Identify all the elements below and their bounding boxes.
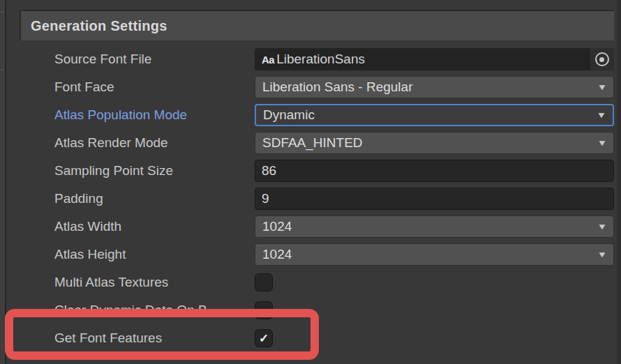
atlas-height-value: 1024	[262, 247, 292, 262]
chevron-down-icon: ▼	[597, 83, 608, 91]
multi-atlas-textures-checkbox[interactable]	[255, 273, 273, 291]
chevron-down-icon: ▼	[597, 222, 608, 231]
object-picker-icon	[595, 52, 609, 66]
atlas-width-value: 1024	[262, 219, 292, 234]
generation-settings-header[interactable]: Generation Settings	[20, 10, 614, 40]
checkmark-icon: ✓	[259, 331, 269, 346]
row-atlas-render-mode: Atlas Render Mode SDFAA_HINTED ▼	[0, 129, 621, 157]
chevron-down-icon: ▼	[597, 139, 608, 147]
source-font-file-value: LiberationSans	[276, 52, 365, 67]
row-clear-dynamic-data: Clear Dynamic Data On B	[0, 296, 621, 324]
font-face-value: Liberation Sans - Regular	[262, 79, 412, 95]
get-font-features-checkbox[interactable]: ✓	[255, 329, 273, 347]
atlas-width-dropdown[interactable]: 1024 ▼	[255, 215, 614, 238]
atlas-height-label: Atlas Height	[54, 247, 255, 262]
sampling-point-size-input[interactable]	[255, 160, 614, 182]
source-font-file-field[interactable]: Aa LiberationSans	[255, 48, 614, 70]
atlas-render-mode-value: SDFAA_HINTED	[262, 135, 363, 151]
multi-atlas-textures-label: Multi Atlas Textures	[54, 275, 255, 290]
padding-label: Padding	[54, 191, 255, 206]
clear-dynamic-data-checkbox[interactable]	[255, 301, 273, 319]
font-face-dropdown[interactable]: Liberation Sans - Regular ▼	[255, 76, 614, 98]
row-padding: Padding	[0, 185, 621, 213]
row-get-font-features: Get Font Features ✓	[0, 324, 621, 352]
atlas-population-mode-value: Dynamic	[263, 107, 315, 123]
clear-dynamic-data-label: Clear Dynamic Data On B	[54, 303, 255, 318]
atlas-population-mode-dropdown[interactable]: Dynamic ▼	[255, 104, 614, 126]
atlas-render-mode-dropdown[interactable]: SDFAA_HINTED ▼	[255, 132, 614, 154]
font-face-label: Font Face	[54, 79, 255, 95]
atlas-render-mode-label: Atlas Render Mode	[54, 135, 255, 151]
chevron-down-icon: ▼	[597, 250, 608, 259]
padding-input[interactable]	[255, 188, 614, 210]
generation-settings-body: Source Font File Aa LiberationSans Font …	[0, 45, 621, 352]
row-multi-atlas-textures: Multi Atlas Textures	[0, 268, 621, 296]
source-font-file-label: Source Font File	[54, 52, 255, 67]
row-sampling-point-size: Sampling Point Size	[0, 157, 621, 185]
row-source-font-file: Source Font File Aa LiberationSans	[0, 45, 621, 73]
get-font-features-label: Get Font Features	[54, 331, 255, 346]
atlas-height-dropdown[interactable]: 1024 ▼	[255, 243, 614, 266]
sampling-point-size-label: Sampling Point Size	[54, 163, 255, 179]
row-atlas-width: Atlas Width 1024 ▼	[0, 213, 621, 241]
row-atlas-height: Atlas Height 1024 ▼	[0, 241, 621, 268]
atlas-width-label: Atlas Width	[54, 219, 255, 234]
object-picker-button[interactable]	[589, 48, 614, 70]
row-font-face: Font Face Liberation Sans - Regular ▼	[0, 73, 621, 101]
section-title: Generation Settings	[21, 18, 167, 34]
row-atlas-population-mode: Atlas Population Mode Dynamic ▼	[0, 101, 621, 129]
atlas-population-mode-label: Atlas Population Mode	[54, 107, 255, 123]
chevron-down-icon: ▼	[597, 111, 607, 119]
font-asset-icon: Aa	[255, 54, 276, 66]
